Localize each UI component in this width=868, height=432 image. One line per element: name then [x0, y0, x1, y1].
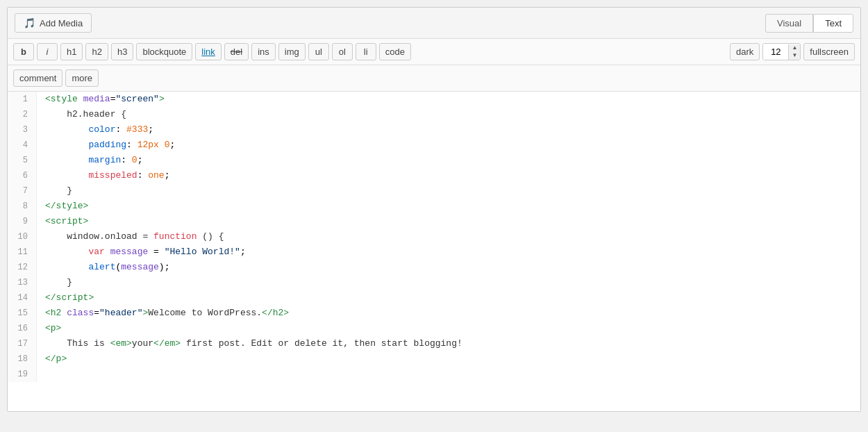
line-content: } [37, 275, 860, 290]
line-number: 9 [8, 214, 37, 229]
line-content: margin: 0; [37, 153, 860, 168]
line-number: 1 [8, 92, 37, 107]
line-content: </p> [37, 351, 860, 367]
line-number: 18 [8, 351, 37, 367]
img-btn[interactable]: img [278, 43, 306, 60]
code-line: 2 h2.header { [8, 107, 860, 122]
code-editor[interactable]: 1<style media="screen">2 h2.header {3 co… [8, 92, 860, 411]
line-number: 10 [8, 229, 37, 244]
code-line: 6 misspeled: one; [8, 168, 860, 183]
h2-btn[interactable]: h2 [85, 43, 108, 60]
del-btn[interactable]: del [224, 43, 249, 60]
line-number: 13 [8, 275, 37, 290]
font-size-arrows: ▲ ▼ [788, 44, 800, 60]
code-line: 17 This is <em>your</em> first post. Edi… [8, 336, 860, 351]
view-tabs: Visual Text [765, 14, 853, 33]
h3-btn[interactable]: h3 [111, 43, 133, 60]
toolbar-row1: b i h1 h2 h3 blockquote link del ins img… [8, 39, 860, 65]
editor-container: 🎵 Add Media Visual Text b i h1 h2 h3 blo… [7, 7, 861, 412]
line-content: <p> [37, 321, 860, 336]
toolbar-row2: comment more [8, 65, 860, 92]
code-line: 9<script> [8, 214, 860, 229]
code-line: 7 } [8, 183, 860, 199]
ul-btn[interactable]: ul [308, 43, 329, 60]
code-line: 13 } [8, 275, 860, 290]
font-size-input[interactable] [763, 44, 788, 60]
blockquote-btn[interactable]: blockquote [136, 43, 192, 60]
more-btn[interactable]: more [65, 69, 99, 87]
line-content: h2.header { [37, 107, 860, 122]
h1-btn[interactable]: h1 [60, 43, 83, 60]
line-content: </style> [37, 199, 860, 214]
line-number: 3 [8, 122, 37, 138]
line-content: This is <em>your</em> first post. Edit o… [37, 336, 860, 351]
code-line: 14</script> [8, 290, 860, 306]
link-btn[interactable]: link [195, 43, 222, 60]
code-line: 4 padding: 12px 0; [8, 138, 860, 153]
line-number: 12 [8, 260, 37, 275]
line-content: } [37, 183, 860, 199]
line-content: misspeled: one; [37, 168, 860, 183]
code-line: 11 var message = "Hello World!"; [8, 244, 860, 260]
add-media-icon: 🎵 [24, 17, 35, 28]
code-line: 8</style> [8, 199, 860, 214]
add-media-label: Add Media [40, 18, 83, 28]
bold-btn[interactable]: b [13, 43, 34, 60]
code-line: 18</p> [8, 351, 860, 367]
tab-text[interactable]: Text [813, 14, 853, 33]
line-number: 6 [8, 168, 37, 183]
font-size-down-arrow[interactable]: ▼ [789, 52, 800, 60]
line-content: color: #333; [37, 122, 860, 138]
line-number: 11 [8, 244, 37, 260]
code-line: 3 color: #333; [8, 122, 860, 138]
line-number: 4 [8, 138, 37, 153]
line-number: 8 [8, 199, 37, 214]
code-line: 5 margin: 0; [8, 153, 860, 168]
font-size-wrapper: ▲ ▼ [762, 43, 801, 60]
line-number: 2 [8, 107, 37, 122]
add-media-button[interactable]: 🎵 Add Media [15, 13, 92, 33]
code-line: 10 window.onload = function () { [8, 229, 860, 244]
code-line: 1<style media="screen"> [8, 92, 860, 107]
italic-btn[interactable]: i [37, 43, 58, 60]
dark-theme-btn[interactable]: dark [730, 43, 760, 60]
ins-btn[interactable]: ins [251, 43, 276, 60]
ol-btn[interactable]: ol [332, 43, 353, 60]
line-number: 15 [8, 306, 37, 321]
line-content: <script> [37, 214, 860, 229]
line-number: 5 [8, 153, 37, 168]
line-number: 14 [8, 290, 37, 306]
line-content: padding: 12px 0; [37, 138, 860, 153]
line-number: 17 [8, 336, 37, 351]
top-bar: 🎵 Add Media Visual Text [8, 8, 860, 39]
line-number: 7 [8, 183, 37, 199]
line-content: <style media="screen"> [37, 92, 860, 107]
comment-btn[interactable]: comment [13, 69, 62, 87]
line-content: window.onload = function () { [37, 229, 860, 244]
line-number: 16 [8, 321, 37, 336]
code-line: 15<h2 class="header">Welcome to WordPres… [8, 306, 860, 321]
code-line: 12 alert(message); [8, 260, 860, 275]
line-content: var message = "Hello World!"; [37, 244, 860, 260]
line-content: </script> [37, 290, 860, 306]
code-btn[interactable]: code [379, 43, 411, 60]
line-content: alert(message); [37, 260, 860, 275]
line-content: <h2 class="header">Welcome to WordPress.… [37, 306, 860, 321]
code-line: 16<p> [8, 321, 860, 336]
tab-visual[interactable]: Visual [765, 14, 813, 33]
li-btn[interactable]: li [356, 43, 376, 60]
line-number: 19 [8, 367, 37, 382]
code-line: 19 [8, 367, 860, 382]
font-size-up-arrow[interactable]: ▲ [789, 44, 800, 52]
fullscreen-btn[interactable]: fullscreen [803, 43, 855, 60]
